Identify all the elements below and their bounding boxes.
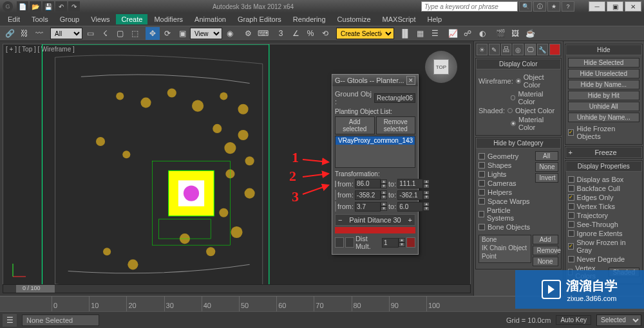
menu-animation[interactable]: Animation [189, 14, 231, 24]
scale-icon[interactable]: ▣ [175, 27, 189, 40]
menu-customize[interactable]: Customize [332, 14, 376, 24]
hide-by-name-button[interactable]: Hide by Name... [568, 80, 639, 89]
pivot-icon[interactable]: ◉ [223, 27, 237, 40]
hide-header[interactable]: Hide [565, 44, 642, 55]
scale-icon[interactable] [335, 201, 336, 212]
unhide-all-button[interactable]: Unhide All [568, 102, 639, 111]
display-color-header[interactable]: Display Color [476, 59, 561, 69]
select-object-icon[interactable]: ▭ [83, 27, 97, 40]
tab-utilities-icon[interactable]: 🔧 [537, 44, 548, 55]
unlink-icon[interactable]: ⛓ [17, 27, 32, 40]
ref-coord-dropdown[interactable]: View [190, 28, 222, 39]
menu-edit[interactable]: Edit [3, 14, 25, 24]
menu-tools[interactable]: Tools [26, 14, 53, 24]
none-button[interactable]: None [535, 162, 558, 172]
rotate-icon[interactable] [335, 190, 336, 200]
timeline-ruler[interactable]: 01020 304050 607080 90100 [52, 296, 464, 311]
viewcube[interactable]: TOP [425, 51, 457, 83]
all-button[interactable]: All [535, 151, 558, 161]
bind-icon[interactable]: 〰 [32, 27, 46, 40]
chk-edges-only[interactable] [568, 194, 574, 201]
spinner-snap-icon[interactable]: ⟲ [318, 27, 332, 40]
dialog-titlebar[interactable]: G -- Gtools -- Planter... ✕ [332, 75, 418, 86]
chk-geometry[interactable] [478, 153, 485, 159]
chk-spacewarps[interactable] [478, 198, 485, 205]
hide-unselected-button[interactable]: Hide Unselected [568, 69, 639, 78]
chk-cameras[interactable] [478, 180, 485, 187]
hide-category-header[interactable]: Hide by Category [476, 138, 561, 149]
from-spinner-2[interactable]: ▲▼ [355, 190, 387, 200]
chk-see-through[interactable] [568, 221, 574, 228]
chk-particles[interactable] [478, 211, 484, 217]
keyboard-shortcut-icon[interactable]: ⌨ [256, 27, 270, 40]
named-selection-dropdown[interactable]: Create Selection Set [336, 28, 394, 39]
minimize-button[interactable]: ─ [589, 1, 605, 12]
menu-graph-editors[interactable]: Graph Editors [232, 14, 287, 24]
help-icon[interactable]: ? [562, 1, 574, 12]
chk-ignore-extents[interactable] [568, 230, 574, 237]
app-logo[interactable]: G [3, 1, 13, 12]
save-icon[interactable]: 💾 [43, 1, 54, 12]
category-listbox[interactable]: Bone IK Chain Object Point [478, 235, 531, 263]
search-icon[interactable]: 🔍 [519, 1, 532, 12]
to-spinner-1[interactable]: ▲▼ [397, 179, 430, 188]
angle-snap-icon[interactable]: ∠ [289, 27, 303, 40]
shaded-material-radio[interactable] [511, 121, 516, 126]
tab-modify-icon[interactable]: ✎ [489, 44, 500, 55]
wireframe-object-radio[interactable] [516, 78, 521, 84]
layers-icon[interactable]: ☰ [428, 27, 442, 40]
chk-display-as-box[interactable] [568, 176, 574, 183]
maxscript-listener-icon[interactable]: ☰ [3, 314, 17, 327]
chk-hide-frozen[interactable] [568, 129, 574, 136]
tab-hierarchy-icon[interactable]: 品 [501, 44, 512, 55]
to-spinner-3[interactable]: ▲▼ [397, 202, 430, 212]
wireframe-material-radio[interactable] [511, 95, 515, 100]
menu-group[interactable]: Group [55, 14, 85, 24]
chk-never-degrade[interactable] [568, 256, 574, 262]
new-icon[interactable]: 📄 [17, 1, 28, 12]
from-spinner-3[interactable]: ▲▼ [355, 202, 387, 212]
menu-rendering[interactable]: Rendering [288, 14, 331, 24]
list-item[interactable]: VRayProxy_common_143 [336, 136, 415, 145]
selection-filter-dropdown[interactable]: All [50, 28, 82, 39]
hide-by-hit-button[interactable]: Hide by Hit [568, 91, 639, 100]
dialog-close-button[interactable]: ✕ [406, 76, 415, 85]
freeze-header[interactable]: +Freeze [565, 147, 642, 158]
erase-icon[interactable] [345, 237, 354, 248]
maximize-button[interactable]: ▣ [607, 1, 623, 12]
add-selected-button[interactable]: Add selected [335, 116, 375, 134]
tf-check-1[interactable] [335, 181, 336, 187]
snap-toggle-icon[interactable]: 3 [274, 27, 288, 40]
dist-mult-spinner[interactable]: ▲▼ [382, 238, 405, 248]
gtools-planter-dialog[interactable]: G -- Gtools -- Planter... ✕ Ground Obj :… [332, 74, 419, 255]
align-icon[interactable]: ▦ [413, 27, 427, 40]
invert-button[interactable]: Invert [535, 173, 558, 183]
chk-bones[interactable] [478, 224, 485, 230]
search-input[interactable] [421, 1, 518, 12]
chk-shapes[interactable] [478, 162, 485, 169]
from-spinner-1[interactable]: ▲▼ [355, 179, 387, 188]
move-icon[interactable]: ✥ [146, 27, 160, 40]
none-button-2[interactable]: None [533, 257, 558, 266]
select-name-icon[interactable]: ☇ [98, 27, 112, 40]
chk-lights[interactable] [478, 171, 485, 178]
material-editor-icon[interactable]: ◐ [475, 27, 489, 40]
window-crossing-icon[interactable]: ⬚ [128, 27, 142, 40]
to-spinner-2[interactable]: ▲▼ [397, 190, 430, 200]
undo-icon[interactable]: ↶ [55, 1, 67, 12]
star-icon[interactable]: ★ [547, 1, 560, 12]
menu-maxscript[interactable]: MAXScript [377, 14, 421, 24]
color-swatch[interactable] [335, 227, 415, 233]
link-icon[interactable]: 🔗 [3, 27, 17, 40]
render-icon[interactable]: ☕ [523, 27, 537, 40]
rendered-frame-icon[interactable]: 🖼 [508, 27, 522, 40]
hide-selected-button[interactable]: Hide Selected [568, 58, 639, 68]
add-button[interactable]: Add [533, 235, 558, 244]
shaded-object-radio[interactable] [507, 108, 513, 113]
menu-help[interactable]: Help [422, 14, 448, 24]
viewcube-face[interactable]: TOP [433, 59, 449, 75]
brush-icon[interactable] [406, 237, 415, 248]
auto-key-button[interactable]: Auto Key [556, 315, 591, 325]
tab-display-icon[interactable]: 🖵 [525, 44, 536, 55]
percent-snap-icon[interactable]: % [303, 27, 317, 40]
